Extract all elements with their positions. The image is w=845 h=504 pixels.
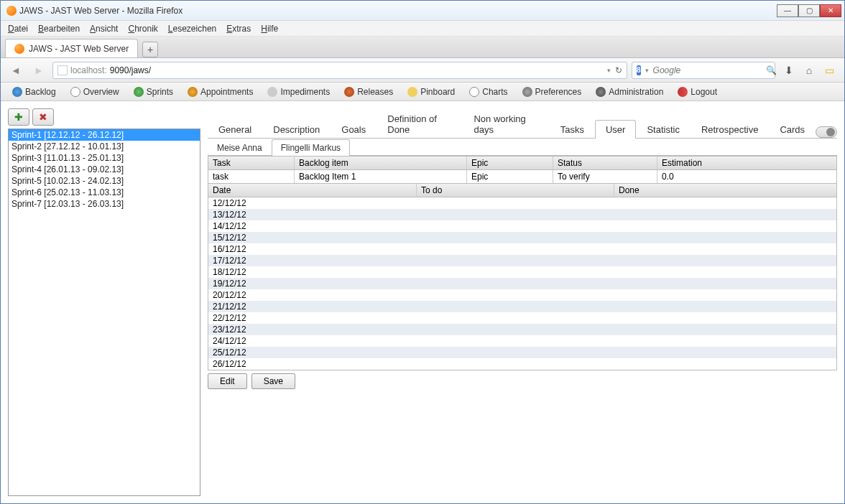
tool-administration[interactable]: Administration xyxy=(590,85,669,99)
date-row[interactable]: 22/12/12 xyxy=(208,312,836,324)
tab-general[interactable]: General xyxy=(208,120,262,139)
task-row[interactable]: task Backlog Item 1 Epic To verify 0.0 xyxy=(208,170,836,183)
content-area: ✚ ✖ Sprint-1 [12.12.12 - 26.12.12]Sprint… xyxy=(1,101,844,503)
url-dropdown-icon[interactable]: ▾ xyxy=(606,67,612,74)
menubar: DateiBearbeitenAnsichtChronikLesezeichen… xyxy=(1,21,844,37)
tool-backlog[interactable]: Backlog xyxy=(6,85,62,99)
date-row[interactable]: 16/12/12 xyxy=(208,243,836,255)
menu-ansicht[interactable]: Ansicht xyxy=(90,24,118,34)
date-row[interactable]: 23/12/12 xyxy=(208,324,836,335)
sidebar: ✚ ✖ Sprint-1 [12.12.12 - 26.12.12]Sprint… xyxy=(8,108,200,496)
date-row[interactable]: 15/12/12 xyxy=(208,232,836,243)
appointments-icon xyxy=(188,87,198,97)
menu-datei[interactable]: Datei xyxy=(8,24,28,34)
col-done-header: Done xyxy=(614,184,836,197)
administration-icon xyxy=(596,87,606,97)
back-button[interactable]: ◄ xyxy=(6,62,25,79)
tool-preferences[interactable]: Preferences xyxy=(517,85,588,99)
close-button[interactable]: ✕ xyxy=(820,4,841,17)
window-title: JAWS - JAST Web Server - Mozilla Firefox xyxy=(19,6,183,16)
tab-statistic[interactable]: Statistic xyxy=(636,120,691,139)
sprint-item[interactable]: Sprint-4 [26.01.13 - 09.02.13] xyxy=(9,164,200,175)
delete-sprint-button[interactable]: ✖ xyxy=(32,108,54,126)
user-tab[interactable]: Flingelli Markus xyxy=(272,139,350,156)
minimize-button[interactable]: — xyxy=(777,4,798,17)
add-sprint-button[interactable]: ✚ xyxy=(8,108,29,126)
date-row[interactable]: 17/12/12 xyxy=(208,255,836,266)
date-row[interactable]: 14/12/12 xyxy=(208,220,836,232)
app-toolbar: BacklogOverviewSprintsAppointmentsImpedi… xyxy=(1,83,844,101)
google-icon: 8 xyxy=(637,65,641,75)
tool-overview[interactable]: Overview xyxy=(65,85,125,99)
browser-tab[interactable]: JAWS - JAST Web Server xyxy=(5,39,138,57)
main-tabs: GeneralDescriptionGoalsDefinition of Don… xyxy=(208,108,837,139)
tool-charts[interactable]: Charts xyxy=(463,85,513,99)
preferences-icon xyxy=(522,87,532,97)
reload-button[interactable]: ↻ xyxy=(615,65,622,75)
forward-button[interactable]: ► xyxy=(29,62,48,79)
toggle-switch[interactable] xyxy=(816,126,837,138)
search-icon[interactable]: 🔍 xyxy=(766,65,777,75)
date-grid: Date To do Done 12/12/1213/12/1214/12/12… xyxy=(208,184,837,370)
menu-bearbeiten[interactable]: Bearbeiten xyxy=(38,24,80,34)
menu-extras[interactable]: Extras xyxy=(226,24,251,34)
search-box[interactable]: 8 ▾ 🔍 xyxy=(632,62,775,79)
save-button[interactable]: Save xyxy=(251,373,295,389)
date-row[interactable]: 19/12/12 xyxy=(208,278,836,289)
sprint-item[interactable]: Sprint-1 [12.12.12 - 26.12.12] xyxy=(9,129,200,141)
sprint-item[interactable]: Sprint-2 [27.12.12 - 10.01.13] xyxy=(9,141,200,152)
user-tabs: Meise AnnaFlingelli Markus xyxy=(208,139,837,156)
tab-tasks[interactable]: Tasks xyxy=(550,120,595,139)
search-engine-dropdown-icon[interactable]: ▾ xyxy=(645,67,649,74)
menu-lesezeichen[interactable]: Lesezeichen xyxy=(168,24,216,34)
sprint-item[interactable]: Sprint-6 [25.02.13 - 11.03.13] xyxy=(9,187,200,198)
sprint-list[interactable]: Sprint-1 [12.12.12 - 26.12.12]Sprint-2 [… xyxy=(8,129,200,496)
col-task-header: Task xyxy=(208,157,295,169)
tab-definition-of-done[interactable]: Definition of Done xyxy=(377,109,463,139)
tool-sprints[interactable]: Sprints xyxy=(128,85,179,99)
search-input[interactable] xyxy=(653,65,762,75)
menu-hilfe[interactable]: Hilfe xyxy=(261,24,278,34)
tool-releases[interactable]: Releases xyxy=(338,85,399,99)
impediments-icon xyxy=(267,87,277,97)
sprint-item[interactable]: Sprint-7 [12.03.13 - 26.03.13] xyxy=(9,198,200,210)
date-row[interactable]: 13/12/12 xyxy=(208,209,836,220)
task-grid: Task Backlog item Epic Status Estimation… xyxy=(208,156,837,184)
url-bar[interactable]: localhost:9090/jaws/ ▾ ↻ xyxy=(52,62,627,79)
new-tab-button[interactable]: + xyxy=(142,42,158,57)
main-panel: GeneralDescriptionGoalsDefinition of Don… xyxy=(208,108,837,496)
menu-chronik[interactable]: Chronik xyxy=(128,24,157,34)
date-row[interactable]: 20/12/12 xyxy=(208,289,836,301)
date-row[interactable]: 21/12/12 xyxy=(208,301,836,312)
bookmarks-icon[interactable]: ▭ xyxy=(823,64,836,77)
downloads-icon[interactable]: ⬇ xyxy=(782,64,795,77)
tab-goals[interactable]: Goals xyxy=(331,120,377,139)
firefox-icon xyxy=(6,6,17,16)
tab-user[interactable]: User xyxy=(595,120,636,139)
tool-logout[interactable]: Logout xyxy=(672,85,723,99)
backlog-icon xyxy=(12,87,22,97)
tab-non-working-days[interactable]: Non working days xyxy=(463,109,549,139)
tab-strip: JAWS - JAST Web Server + xyxy=(1,37,844,58)
tab-favicon-icon xyxy=(14,44,24,54)
tab-description[interactable]: Description xyxy=(262,120,331,139)
date-row[interactable]: 24/12/12 xyxy=(208,335,836,347)
user-tab[interactable]: Meise Anna xyxy=(208,139,272,156)
date-row[interactable]: 12/12/12 xyxy=(208,197,836,209)
pinboard-icon xyxy=(407,87,417,97)
date-row[interactable]: 25/12/12 xyxy=(208,347,836,358)
overview-icon xyxy=(70,87,80,97)
sprint-item[interactable]: Sprint-3 [11.01.13 - 25.01.13] xyxy=(9,152,200,164)
tab-cards[interactable]: Cards xyxy=(769,120,816,139)
home-icon[interactable]: ⌂ xyxy=(803,64,816,77)
tool-appointments[interactable]: Appointments xyxy=(182,85,259,99)
tab-retrospective[interactable]: Retrospective xyxy=(691,120,769,139)
edit-button[interactable]: Edit xyxy=(208,373,247,389)
tool-impediments[interactable]: Impediments xyxy=(262,85,336,99)
tool-pinboard[interactable]: Pinboard xyxy=(402,85,461,99)
sprint-item[interactable]: Sprint-5 [10.02.13 - 24.02.13] xyxy=(9,175,200,187)
maximize-button[interactable]: ▢ xyxy=(798,4,820,17)
date-row[interactable]: 18/12/12 xyxy=(208,266,836,278)
date-row[interactable]: 26/12/12 xyxy=(208,358,836,370)
titlebar: JAWS - JAST Web Server - Mozilla Firefox… xyxy=(1,1,844,21)
